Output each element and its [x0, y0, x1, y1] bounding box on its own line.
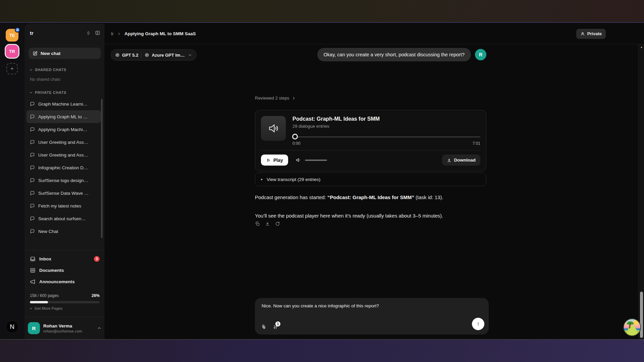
model-divider: [141, 52, 142, 58]
island-overlay-icon[interactable]: [623, 318, 641, 336]
scrollbar-up-arrow[interactable]: ▲: [639, 46, 644, 49]
new-chat-icon: [33, 51, 38, 56]
main-scrollbar[interactable]: ▲: [638, 44, 644, 339]
chat-config-button[interactable]: 1: [273, 324, 278, 330]
model-selector[interactable]: GPT 5.2 Azure GPT Im…: [111, 49, 197, 61]
breadcrumb-root[interactable]: tr: [111, 31, 114, 36]
no-shared-chats-text: No shared chats: [30, 77, 60, 82]
collapse-sidebar-icon[interactable]: [95, 30, 100, 36]
chat-bubble-icon: [30, 178, 35, 183]
main-header: tr Applying Graph ML to SMM SaaS Private: [105, 23, 644, 44]
chevron-up-icon: [97, 326, 102, 330]
n-logo[interactable]: N: [6, 320, 18, 333]
page-usage-panel: 158 / 600 pages 26% + Get More Pages: [30, 293, 100, 310]
download-icon[interactable]: [265, 221, 270, 226]
chat-bubble-icon: [30, 216, 35, 221]
desktop-bottom-band: [0, 339, 644, 362]
scrollbar-thumb[interactable]: [640, 292, 643, 338]
chevron-down-icon: [29, 91, 33, 95]
sidebar-item-inbox[interactable]: Inbox 3: [26, 253, 103, 264]
user-email: rohan@surfsense.com: [43, 329, 94, 333]
user-message-row: Okay, can you create a very short, podca…: [255, 48, 486, 61]
podcast-title: Podcast: Graph-ML Ideas for SMM: [292, 116, 480, 122]
shared-chats-section-header[interactable]: SHARED CHATS: [29, 68, 66, 72]
reviewed-steps-toggle[interactable]: Reviewed 2 steps: [255, 96, 296, 101]
user-account-button[interactable]: R Rohan Verma rohan@surfsense.com: [28, 320, 102, 337]
play-button[interactable]: Play: [261, 155, 288, 166]
composer-input[interactable]: Nice. Now can you create a nice infograp…: [262, 303, 379, 308]
composer[interactable]: Nice. Now can you create a nice infograp…: [255, 298, 489, 335]
elapsed-time: 0:00: [292, 141, 300, 146]
pages-progress-bar: [30, 301, 100, 303]
volume-slider[interactable]: [305, 160, 327, 161]
play-icon: [266, 158, 271, 163]
pages-progress-fill: [30, 301, 48, 303]
volume-icon[interactable]: [296, 157, 301, 163]
workspace-switcher-icon[interactable]: [86, 31, 91, 36]
user-message-bubble: Okay, can you create a very short, podca…: [317, 48, 471, 61]
private-chats-section-header[interactable]: PRIVATE CHATS: [29, 90, 66, 95]
user-avatar: R: [28, 322, 40, 334]
pages-percent-text: 26%: [92, 293, 100, 298]
openai-logo-icon: [145, 53, 149, 57]
secondary-model[interactable]: Azure GPT Im…: [145, 53, 184, 58]
send-button[interactable]: ↑: [472, 318, 484, 330]
workspace-tr-label: TR: [9, 49, 15, 54]
user-name: Rohan Verma: [43, 323, 94, 328]
sidebar-chat-item[interactable]: Search about surfsen…: [26, 212, 101, 225]
chat-bubble-icon: [30, 114, 35, 119]
sidebar-chat-item[interactable]: Fetch my latest notes: [26, 199, 101, 212]
total-duration: 7:01: [473, 141, 480, 146]
workspace-avatar-tr[interactable]: TR: [6, 45, 18, 58]
status-message: Podcast generation has started: “Podcast…: [255, 194, 486, 200]
new-chat-button[interactable]: New chat: [29, 48, 101, 59]
view-transcript-accordion[interactable]: View transcript (29 entries): [255, 173, 486, 186]
sidebar-nav: Inbox 3 Documents Announcements: [26, 253, 103, 287]
chat-bubble-icon: [30, 153, 35, 158]
inbox-count-badge: 3: [94, 256, 100, 262]
sidebar-divider: [24, 250, 105, 250]
sidebar-chat-item[interactable]: SurfSense Data Wave …: [26, 187, 101, 199]
primary-model[interactable]: GPT 5.2: [115, 53, 138, 58]
podcast-player-card: Podcast: Graph-ML Ideas for SMM 29 dialo…: [255, 110, 486, 171]
workspace-te-label: TE: [9, 33, 15, 38]
sidebar-chat-item[interactable]: SurfSense logo design…: [26, 174, 101, 187]
sidebar-divider: [24, 317, 105, 317]
pages-used-text: 158 / 600 pages: [30, 293, 59, 298]
sidebar-chat-item[interactable]: Applying Graph ML to …: [26, 110, 101, 123]
private-chat-list: Graph Machine Learni… Applying Graph ML …: [26, 98, 101, 238]
sidebar-item-announcements[interactable]: Announcements: [26, 276, 103, 287]
sidebar-chat-item[interactable]: User Greeting and Ass…: [26, 148, 101, 161]
sidebar-chat-item[interactable]: Infographic Creation D…: [26, 161, 101, 174]
sidebar-chat-item[interactable]: Graph Machine Learni…: [26, 98, 101, 110]
get-more-pages-button[interactable]: + Get More Pages: [30, 306, 100, 310]
openai-logo-icon: [115, 53, 120, 57]
regenerate-icon[interactable]: [275, 221, 280, 226]
status-note: You’ll see the podcast player here when …: [255, 213, 486, 219]
sidebar-scrollbar-thumb[interactable]: [101, 99, 103, 238]
sidebar-title: tr: [30, 30, 82, 36]
podcast-seek-slider[interactable]: [292, 134, 480, 140]
chat-bubble-icon: [30, 229, 35, 234]
card-divider: [261, 150, 480, 150]
workspace-avatar-te[interactable]: TE: [6, 29, 18, 42]
privacy-toggle-button[interactable]: Private: [576, 29, 606, 39]
sidebar-chat-item[interactable]: User Greeting and Ass…: [26, 136, 101, 148]
app-window: TE TR + N tr New: [0, 23, 644, 339]
chevron-down-icon[interactable]: [188, 53, 192, 57]
chat-bubble-icon: [30, 127, 35, 132]
sidebar-header: tr: [24, 23, 105, 42]
download-icon: [447, 158, 451, 163]
sidebar-chat-item[interactable]: New Chat: [26, 225, 101, 238]
add-workspace-button[interactable]: +: [6, 63, 18, 74]
config-count-badge: 1: [275, 321, 280, 326]
sidebar-chat-item[interactable]: Applying Graph Machi…: [26, 123, 101, 136]
chat-bubble-icon: [30, 191, 35, 196]
plus-icon: +: [30, 306, 32, 310]
copy-icon[interactable]: [255, 221, 260, 226]
download-button[interactable]: Download: [442, 155, 481, 166]
sidebar-item-documents[interactable]: Documents: [26, 264, 103, 276]
seek-track[interactable]: [292, 136, 480, 137]
attachment-icon[interactable]: [260, 323, 268, 331]
seek-thumb[interactable]: [292, 134, 298, 139]
